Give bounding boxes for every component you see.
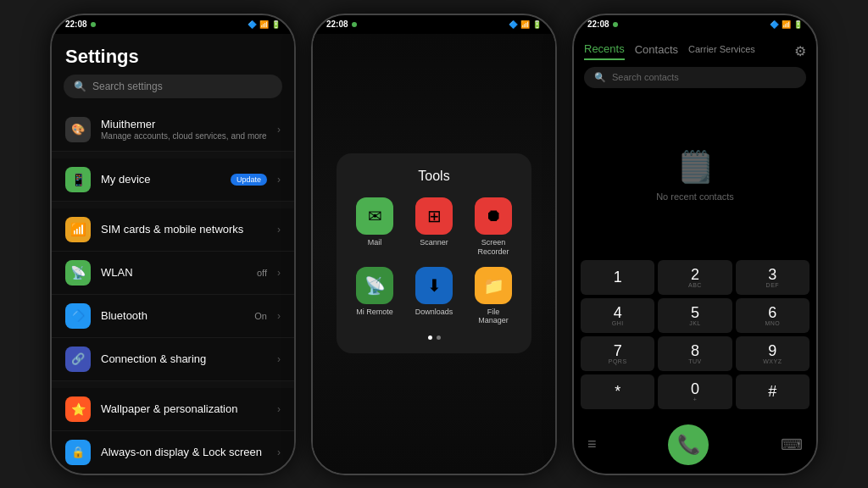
mail-icon: ✉ (356, 197, 393, 235)
gear-icon[interactable]: ⚙ (794, 43, 806, 59)
settings-item-bluetooth[interactable]: 🔷 Bluetooth On › (52, 295, 294, 338)
settings-item-wallpaper[interactable]: ⭐ Wallpaper & personalization › (52, 388, 294, 431)
dial-main-6: 6 (768, 305, 776, 320)
dial-key-2[interactable]: 2 ABC (658, 260, 732, 295)
miremote-icon: 📡 (356, 267, 393, 304)
folder-grid: ✉ Mail ⊞ Scanner ⏺ Screen Recorder 📡 Mi … (350, 197, 518, 325)
settings-search-bar[interactable]: 🔍 Search settings (64, 75, 282, 98)
miremote-label: Mi Remote (356, 308, 393, 317)
dial-main-star: * (615, 384, 620, 399)
status-bar-2: 22:08 🔷 📶 🔋 (313, 15, 555, 34)
battery-icon-3: 🔋 (793, 20, 803, 29)
dial-main-2: 2 (691, 267, 699, 282)
status-icons-2: 🔷 📶 🔋 (509, 20, 542, 29)
status-bar-1: 22:08 🔷 📶 🔋 (52, 15, 294, 34)
filemanager-icon: 📁 (475, 267, 512, 304)
dial-main-0: 0 (691, 381, 699, 396)
mydevice-badge: Update (231, 174, 267, 186)
folder-title: Tools (350, 169, 518, 184)
dial-key-0[interactable]: 0 + (658, 374, 732, 409)
dial-key-hash[interactable]: # (736, 374, 810, 409)
miuithemer-icon: 🎨 (65, 117, 91, 142)
tab-contacts[interactable]: Contacts (635, 43, 678, 59)
time-3: 22:08 (587, 19, 609, 29)
dot-2 (437, 336, 441, 340)
folder-dots (350, 336, 518, 340)
connection-icon: 🔗 (65, 347, 91, 372)
app-downloads[interactable]: ⬇ Downloads (409, 267, 459, 326)
call-button[interactable]: 📞 (668, 424, 709, 465)
sim-title: SIM cards & mobile networks (101, 223, 267, 236)
bluetooth-status: On (254, 311, 267, 321)
chevron-icon: › (277, 224, 281, 236)
search-icon: 🔍 (74, 80, 86, 92)
dial-main-7: 7 (614, 343, 622, 358)
dial-key-5[interactable]: 5 JKL (658, 298, 732, 333)
status-icons-1: 🔷 📶 🔋 (248, 20, 281, 29)
dial-key-9[interactable]: 9 WXYZ (736, 336, 810, 371)
contact-search-bar[interactable]: 🔍 Search contacts (584, 67, 806, 88)
mydevice-title: My device (101, 173, 220, 186)
divider-2 (52, 202, 294, 208)
dial-main-hash: # (768, 384, 776, 399)
settings-item-miuithemer[interactable]: 🎨 Miuithemer Manage accounts, cloud serv… (52, 108, 294, 152)
dial-key-4[interactable]: 4 GHI (581, 298, 654, 333)
dial-key-star[interactable]: * (581, 374, 654, 409)
status-dot-3 (613, 22, 618, 27)
status-icons-3: 🔷 📶 🔋 (770, 20, 803, 29)
chevron-icon: › (277, 403, 281, 415)
search-placeholder: Search settings (92, 80, 163, 92)
wallpaper-title: Wallpaper & personalization (101, 402, 267, 415)
miuithemer-title: Miuithemer (101, 118, 267, 130)
dial-key-1[interactable]: 1 (581, 260, 654, 295)
app-mail[interactable]: ✉ Mail (350, 197, 399, 257)
sim-icon: 📶 (65, 217, 91, 242)
bluetooth-icon: 🔷 (65, 303, 91, 329)
dial-key-3[interactable]: 3 DEF (736, 260, 810, 295)
dial-key-7[interactable]: 7 PQRS (581, 336, 654, 371)
signal-icon: 📶 (259, 20, 269, 29)
downloads-icon: ⬇ (415, 267, 453, 304)
tab-carrier[interactable]: Carrier Services (688, 44, 755, 58)
dial-sub-9: WXYZ (763, 358, 782, 364)
chevron-icon: › (277, 174, 281, 186)
dialpad-row-3: 7 PQRS 8 TUV 9 WXYZ (581, 336, 810, 371)
search-icon-3: 🔍 (594, 72, 606, 83)
status-dot-1 (91, 22, 96, 27)
settings-item-connection[interactable]: 🔗 Connection & sharing › (52, 338, 294, 381)
app-recorder[interactable]: ⏺ Screen Recorder (469, 197, 518, 257)
menu-icon[interactable]: ≡ (587, 435, 597, 453)
recorder-icon: ⏺ (475, 197, 512, 235)
mail-label: Mail (368, 238, 382, 247)
tab-recents[interactable]: Recents (584, 42, 625, 60)
divider-3 (52, 381, 294, 388)
bt-icon-3: 🔷 (770, 20, 779, 29)
no-recents-area: 🗒️ No recent contacts (574, 95, 816, 257)
app-filemanager[interactable]: 📁 File Manager (469, 267, 518, 326)
dial-main-3: 3 (768, 267, 776, 282)
scanner-icon: ⊞ (415, 197, 453, 235)
no-recents-text: No recent contacts (656, 191, 734, 202)
settings-item-lock[interactable]: 🔒 Always-on display & Lock screen › (52, 431, 294, 474)
settings-item-wlan[interactable]: 📡 WLAN off › (52, 252, 294, 295)
wlan-status: off (257, 268, 267, 278)
recorder-label: Screen Recorder (477, 238, 509, 257)
home-screen: Tools ✉ Mail ⊞ Scanner ⏺ Screen Recorder (313, 34, 555, 474)
bottom-bar: ≡ 📞 ⌨ (574, 419, 816, 474)
time-1: 22:08 (65, 19, 87, 29)
dial-main-4: 4 (614, 305, 622, 320)
app-miremote[interactable]: 📡 Mi Remote (350, 267, 399, 326)
dial-key-8[interactable]: 8 TUV (658, 336, 732, 371)
dial-sub-4: GHI (612, 320, 624, 326)
wlan-icon: 📡 (65, 260, 91, 286)
divider-1 (52, 152, 294, 158)
settings-item-sim[interactable]: 📶 SIM cards & mobile networks › (52, 208, 294, 252)
phone-dialer: 22:08 🔷 📶 🔋 Recents Contacts Carrier Ser… (572, 14, 818, 475)
dialpad-icon[interactable]: ⌨ (781, 435, 803, 454)
dial-key-6[interactable]: 6 MNO (736, 298, 810, 333)
signal-icon-3: 📶 (782, 20, 791, 29)
lock-title: Always-on display & Lock screen (101, 446, 267, 458)
dial-sub-2: ABC (688, 282, 702, 288)
app-scanner[interactable]: ⊞ Scanner (409, 197, 459, 257)
settings-item-mydevice[interactable]: 📱 My device Update › (52, 158, 294, 202)
